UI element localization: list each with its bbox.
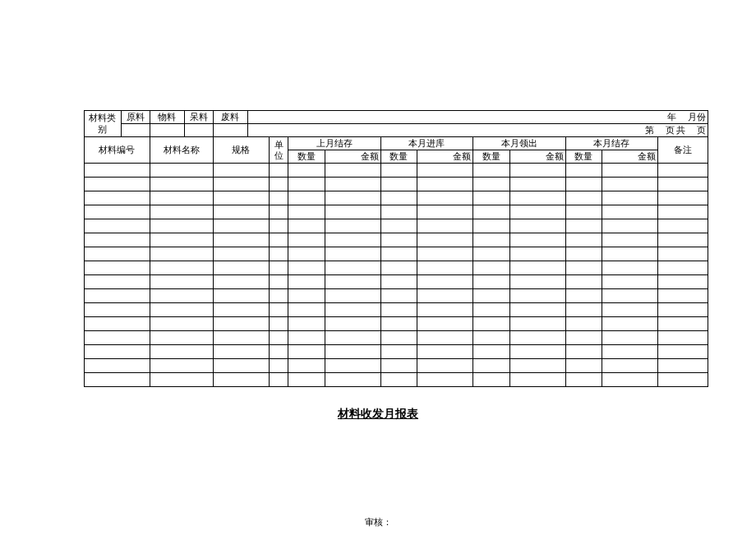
cell <box>85 233 150 247</box>
cell <box>602 275 658 289</box>
cell <box>213 373 269 387</box>
cell <box>213 205 269 219</box>
cat-stagnant: 呆料 <box>184 111 213 124</box>
cell <box>325 275 380 289</box>
col-bal-amt: 金额 <box>602 150 658 164</box>
cell <box>509 331 565 345</box>
cell <box>565 178 602 191</box>
cell <box>85 289 150 303</box>
cell <box>150 164 213 178</box>
cell <box>602 233 658 247</box>
cell <box>269 345 288 359</box>
cell <box>150 178 213 191</box>
table-row <box>85 345 708 359</box>
table-row <box>85 219 708 233</box>
cell <box>417 261 473 275</box>
cell <box>602 331 658 345</box>
page-prefix: 第 <box>645 125 654 135</box>
cell <box>288 359 325 373</box>
cell <box>473 205 510 219</box>
cell <box>602 178 658 191</box>
cell <box>150 191 213 205</box>
year-label: 年 <box>667 112 676 122</box>
cell <box>288 317 325 331</box>
cell <box>602 261 658 275</box>
cell <box>150 373 213 387</box>
material-monthly-table: 材料类别 原料 物料 呆料 废料 年 月份 第 页 共 页 材料编号 材料名称 … <box>84 110 708 387</box>
table-row <box>85 247 708 261</box>
cell <box>657 317 708 331</box>
cell <box>380 317 417 331</box>
col-in-qty: 数量 <box>380 150 417 164</box>
cell <box>602 247 658 261</box>
table-row <box>85 289 708 303</box>
cell <box>417 373 473 387</box>
cell <box>657 373 708 387</box>
cell <box>473 164 510 178</box>
cell <box>473 275 510 289</box>
cell <box>473 331 510 345</box>
footer-audit: 审核： <box>0 516 756 528</box>
cell <box>85 178 150 191</box>
cell <box>417 205 473 219</box>
cell <box>269 289 288 303</box>
cell <box>509 205 565 219</box>
cell <box>269 233 288 247</box>
cell <box>657 164 708 178</box>
cell <box>150 233 213 247</box>
header-row-groups: 材料编号 材料名称 规格 单位 上月结存 本月进库 本月领出 本月结存 备注 <box>85 137 708 150</box>
cell <box>565 191 602 205</box>
cell <box>417 275 473 289</box>
table-row <box>85 275 708 289</box>
cell <box>213 359 269 373</box>
cell <box>380 275 417 289</box>
cell <box>325 178 380 191</box>
cat-waste-blank <box>213 124 247 137</box>
cell <box>509 373 565 387</box>
cell <box>213 191 269 205</box>
col-last-amt: 金额 <box>325 150 380 164</box>
cell <box>509 164 565 178</box>
cell <box>602 373 658 387</box>
cell <box>509 233 565 247</box>
page-suffix: 页 <box>697 125 706 135</box>
cell <box>288 233 325 247</box>
cell <box>325 191 380 205</box>
cell <box>213 345 269 359</box>
cell <box>288 289 325 303</box>
cell <box>213 233 269 247</box>
cell <box>565 373 602 387</box>
cell <box>150 289 213 303</box>
cell <box>509 345 565 359</box>
col-unit: 单位 <box>269 137 288 164</box>
cell <box>288 205 325 219</box>
cell <box>473 289 510 303</box>
cell <box>509 219 565 233</box>
cell <box>85 275 150 289</box>
cell <box>657 289 708 303</box>
table-row <box>85 191 708 205</box>
cell <box>85 247 150 261</box>
cell <box>269 205 288 219</box>
cell <box>325 317 380 331</box>
cell <box>325 359 380 373</box>
cell <box>85 219 150 233</box>
cell <box>213 289 269 303</box>
cat-stagnant-blank <box>184 124 213 137</box>
cell <box>380 345 417 359</box>
col-month-out: 本月领出 <box>473 137 565 150</box>
cell <box>380 303 417 317</box>
cell <box>213 178 269 191</box>
cell <box>417 247 473 261</box>
col-material-name: 材料名称 <box>150 137 213 164</box>
cell <box>509 289 565 303</box>
cell <box>213 303 269 317</box>
cell <box>565 317 602 331</box>
col-bal-qty: 数量 <box>565 150 602 164</box>
cell <box>657 261 708 275</box>
form-table-wrapper: 材料类别 原料 物料 呆料 废料 年 月份 第 页 共 页 材料编号 材料名称 … <box>84 110 708 387</box>
cell <box>288 303 325 317</box>
cell <box>602 317 658 331</box>
cell <box>325 164 380 178</box>
cell <box>602 359 658 373</box>
